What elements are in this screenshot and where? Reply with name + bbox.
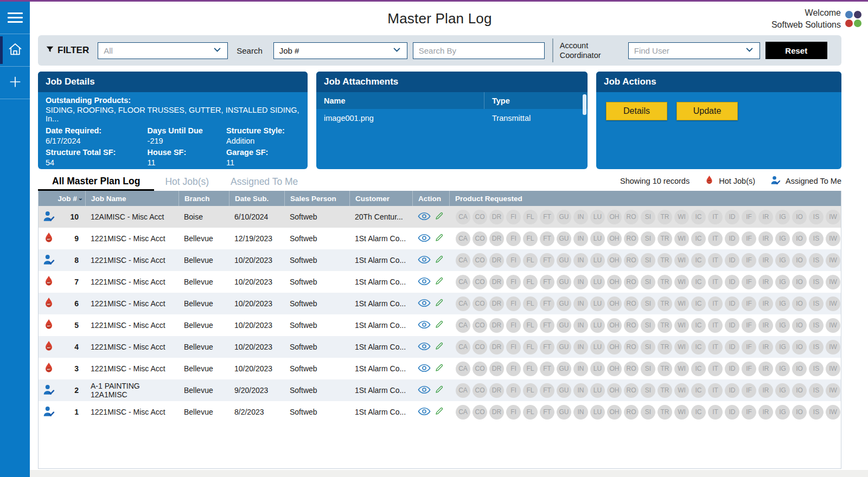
table-row[interactable]: HOT31221MISC - Misc AcctBellevue10/20/20… [39,358,841,379]
product-badge-lu: LU [590,275,605,289]
assigned-person-icon [770,176,781,186]
attachment-row[interactable]: image001.pngTransmittal [316,109,588,127]
product-badge-io: IO [792,340,807,354]
col-sales-person[interactable]: Sales Person [284,191,349,206]
find-user-dropdown[interactable]: Find User [628,42,760,59]
product-badge-ft: FT [540,296,554,311]
view-eye-icon[interactable] [418,407,431,417]
product-badge-ft: FT [540,318,554,333]
product-badge-oh: OH [607,296,622,311]
view-eye-icon[interactable] [418,234,431,244]
hot-flame-icon: HOT [43,232,54,246]
view-eye-icon[interactable] [418,255,431,266]
action-cell [412,206,449,228]
customer: 1St Alarm Co... [349,314,412,336]
edit-pencil-icon[interactable] [435,407,444,417]
table-row[interactable]: HOT41221MISC - Misc AcctBellevue10/20/20… [39,336,841,358]
update-button[interactable]: Update [676,102,738,120]
product-badge-lu: LU [590,405,605,420]
filter-dropdown[interactable]: All [98,42,228,59]
view-eye-icon[interactable] [418,385,431,396]
edit-pencil-icon[interactable] [435,276,444,287]
view-eye-icon[interactable] [418,342,431,352]
table-row[interactable]: 2A-1 PAINTING 12A1MISCBellevue9/20/2023S… [39,379,841,401]
edit-pencil-icon[interactable] [435,320,444,331]
account-coordinator-label: Account Coordinator [560,41,611,60]
product-badge-iw: IW [826,296,840,311]
edit-pencil-icon[interactable] [435,211,444,222]
tab-assigned-to-me[interactable]: Assigned To Me [220,173,309,191]
search-field-dropdown[interactable]: Job # [273,42,407,59]
job-number: 6 [56,299,85,308]
view-eye-icon[interactable] [418,364,431,374]
col-action[interactable]: Action [412,191,449,206]
hot-flame-icon: HOT [43,362,54,376]
branch: Bellevue [178,314,229,336]
reset-button[interactable]: Reset [765,42,827,59]
product-badge-co: CO [473,405,487,420]
view-eye-icon[interactable] [418,212,431,222]
product-badge-tr: TR [658,231,672,246]
edit-pencil-icon[interactable] [435,385,444,396]
product-badge-ig: IG [775,231,790,246]
product-badge-ir: IR [758,362,773,376]
sidebar-item-home[interactable] [0,34,30,67]
col-job-number[interactable]: Job #⌄ [39,191,85,206]
sort-caret-icon: ⌄ [78,195,83,201]
table-row[interactable]: HOT51221MISC - Misc AcctBellevue10/20/20… [39,314,841,336]
edit-pencil-icon[interactable] [435,233,444,244]
branch: Bellevue [178,379,229,401]
col-job-name[interactable]: Job Name [85,191,178,206]
product-badge-is: IS [809,318,824,333]
edit-pencil-icon[interactable] [435,298,444,309]
product-badge-si: SI [641,383,655,398]
sidebar-item-add[interactable] [0,67,30,99]
edit-pencil-icon[interactable] [435,341,444,352]
product-badge-wi: WI [674,362,689,376]
tab-all-master-plan-log[interactable]: All Master Plan Log [38,173,154,191]
table-row[interactable]: 11221MISC - Misc AcctBellevue8/2/2023Sof… [39,401,841,423]
table-row[interactable]: 81221MISC - Misc AcctBellevue10/20/2023S… [39,249,841,271]
job-name: 1221MISC - Misc Acct [85,336,178,358]
details-button[interactable]: Details [606,102,667,120]
product-badge-in: IN [573,231,588,246]
product-requested-cell: CACODRFIFLFTGUINLUOHROSITRWIICITIDIFIRIG… [449,401,841,423]
table-row[interactable]: HOT71221MISC - Misc AcctBellevue10/20/20… [39,271,841,293]
product-badge-is: IS [809,253,824,268]
tab-hot-jobs[interactable]: Hot Job(s) [154,173,220,191]
view-eye-icon[interactable] [418,299,431,309]
product-badge-ro: RO [624,318,639,333]
table-row[interactable]: HOT91221MISC - Misc AcctBellevue12/19/20… [39,228,841,249]
product-requested-cell: CACODRFIFLFTGUINLUOHROSITRWIICITIDIFIRIG… [449,379,841,401]
action-cell [412,271,449,293]
table-row[interactable]: HOT61221MISC - Misc AcctBellevue10/20/20… [39,293,841,314]
product-badge-dr: DR [489,383,504,398]
product-badge-dr: DR [489,362,504,376]
menu-button[interactable] [0,2,30,34]
col-customer[interactable]: Customer [349,191,412,206]
job-name: A-1 PAINTING 12A1MISC [85,379,178,401]
product-badge-dr: DR [489,275,504,289]
view-eye-icon[interactable] [418,277,431,287]
col-branch[interactable]: Branch [178,191,229,206]
product-badge-iw: IW [826,362,840,376]
product-badge-id: ID [725,318,739,333]
svg-text:HOT: HOT [47,369,50,371]
search-input[interactable] [413,42,545,59]
product-badge-lu: LU [590,340,605,354]
assigned-person-icon [43,384,55,397]
assigned-person-icon [43,406,55,418]
table-row[interactable]: 1012AIMISC - Misc AcctBoise6/10/2024Soft… [39,206,841,228]
product-badge-tr: TR [658,318,672,333]
col-date-sub[interactable]: Date Sub. [229,191,284,206]
product-badge-it: IT [708,253,723,268]
edit-pencil-icon[interactable] [435,255,444,266]
attachments-scrollbar[interactable] [583,94,586,115]
product-badge-fi: FI [506,210,521,224]
edit-pencil-icon[interactable] [435,363,444,374]
product-badge-lu: LU [590,318,605,333]
funnel-icon [46,45,54,56]
col-product-requested[interactable]: Product Requested [449,191,841,206]
product-badge-id: ID [725,340,739,354]
view-eye-icon[interactable] [418,320,431,331]
